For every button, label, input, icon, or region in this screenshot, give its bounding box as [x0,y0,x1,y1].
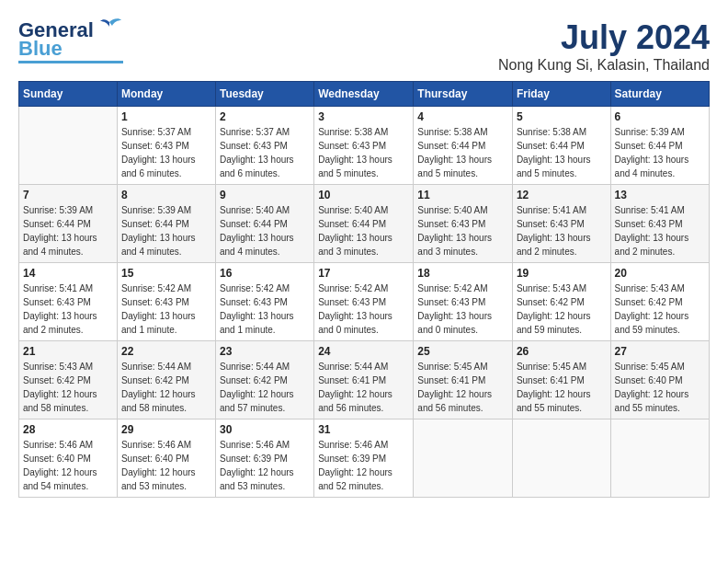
day-number: 31 [318,423,409,436]
day-number: 5 [517,110,607,123]
cell-info: Sunrise: 5:43 AM Sunset: 6:42 PM Dayligh… [517,282,607,337]
cell-info: Sunrise: 5:44 AM Sunset: 6:41 PM Dayligh… [318,360,409,415]
day-number: 11 [417,189,508,201]
logo: General Blue [18,18,123,63]
cell-info: Sunrise: 5:39 AM Sunset: 6:44 PM Dayligh… [121,203,211,259]
day-number: 6 [615,110,705,123]
day-number: 7 [23,189,113,201]
cell-info: Sunrise: 5:44 AM Sunset: 6:42 PM Dayligh… [121,360,211,415]
logo-blue-text: Blue [18,39,63,59]
location-subtitle: Nong Kung Si, Kalasin, Thailand [498,57,710,74]
calendar-cell: 26Sunrise: 5:45 AM Sunset: 6:41 PM Dayli… [512,341,610,419]
day-number: 12 [517,189,607,201]
calendar-cell [414,419,513,498]
logo-bird-icon [96,15,123,42]
page-header: General Blue July 2024 Nong Kung Si, Kal… [18,18,710,74]
calendar-cell: 29Sunrise: 5:46 AM Sunset: 6:40 PM Dayli… [117,419,215,498]
calendar-week-row: 21Sunrise: 5:43 AM Sunset: 6:42 PM Dayli… [19,341,710,419]
calendar-cell: 9Sunrise: 5:40 AM Sunset: 6:44 PM Daylig… [216,185,314,263]
day-number: 19 [517,267,607,280]
day-number: 10 [318,189,409,201]
calendar-cell: 3Sunrise: 5:38 AM Sunset: 6:43 PM Daylig… [314,107,414,185]
cell-info: Sunrise: 5:41 AM Sunset: 6:43 PM Dayligh… [615,203,705,259]
calendar-cell: 19Sunrise: 5:43 AM Sunset: 6:42 PM Dayli… [512,263,610,341]
day-number: 24 [318,345,409,358]
weekday-header-monday: Monday [117,82,215,107]
weekday-header-friday: Friday [512,82,610,107]
cell-info: Sunrise: 5:40 AM Sunset: 6:44 PM Dayligh… [220,203,310,259]
day-number: 25 [417,345,508,358]
calendar-cell: 24Sunrise: 5:44 AM Sunset: 6:41 PM Dayli… [314,341,414,419]
calendar-header-row: SundayMondayTuesdayWednesdayThursdayFrid… [19,82,710,107]
cell-info: Sunrise: 5:37 AM Sunset: 6:43 PM Dayligh… [220,125,310,180]
day-number: 2 [220,110,310,123]
calendar-cell: 2Sunrise: 5:37 AM Sunset: 6:43 PM Daylig… [216,107,314,185]
calendar-cell: 15Sunrise: 5:42 AM Sunset: 6:43 PM Dayli… [117,263,215,341]
day-number: 30 [220,423,310,436]
cell-info: Sunrise: 5:37 AM Sunset: 6:43 PM Dayligh… [121,125,211,180]
day-number: 18 [417,267,508,280]
calendar-cell [19,107,118,185]
day-number: 21 [23,345,113,358]
cell-info: Sunrise: 5:38 AM Sunset: 6:43 PM Dayligh… [318,125,409,180]
calendar-cell: 18Sunrise: 5:42 AM Sunset: 6:43 PM Dayli… [414,263,513,341]
cell-info: Sunrise: 5:46 AM Sunset: 6:39 PM Dayligh… [318,438,409,493]
calendar-cell: 4Sunrise: 5:38 AM Sunset: 6:44 PM Daylig… [414,107,513,185]
calendar-week-row: 7Sunrise: 5:39 AM Sunset: 6:44 PM Daylig… [19,185,710,263]
logo-underline [18,61,123,63]
calendar-cell: 25Sunrise: 5:45 AM Sunset: 6:41 PM Dayli… [414,341,513,419]
day-number: 28 [23,423,113,436]
cell-info: Sunrise: 5:46 AM Sunset: 6:40 PM Dayligh… [23,438,113,493]
weekday-header-saturday: Saturday [610,82,709,107]
cell-info: Sunrise: 5:39 AM Sunset: 6:44 PM Dayligh… [23,203,113,259]
cell-info: Sunrise: 5:39 AM Sunset: 6:44 PM Dayligh… [615,125,705,180]
cell-info: Sunrise: 5:40 AM Sunset: 6:44 PM Dayligh… [318,203,409,259]
cell-info: Sunrise: 5:45 AM Sunset: 6:41 PM Dayligh… [517,360,607,415]
calendar-cell: 7Sunrise: 5:39 AM Sunset: 6:44 PM Daylig… [19,185,118,263]
day-number: 29 [121,423,211,436]
day-number: 22 [121,345,211,358]
day-number: 9 [220,189,310,201]
day-number: 3 [318,110,409,123]
calendar-table: SundayMondayTuesdayWednesdayThursdayFrid… [18,81,710,498]
cell-info: Sunrise: 5:44 AM Sunset: 6:42 PM Dayligh… [220,360,310,415]
calendar-cell: 20Sunrise: 5:43 AM Sunset: 6:42 PM Dayli… [610,263,709,341]
calendar-cell: 30Sunrise: 5:46 AM Sunset: 6:39 PM Dayli… [216,419,314,498]
calendar-cell: 28Sunrise: 5:46 AM Sunset: 6:40 PM Dayli… [19,419,118,498]
calendar-cell: 23Sunrise: 5:44 AM Sunset: 6:42 PM Dayli… [216,341,314,419]
calendar-cell: 12Sunrise: 5:41 AM Sunset: 6:43 PM Dayli… [512,185,610,263]
cell-info: Sunrise: 5:43 AM Sunset: 6:42 PM Dayligh… [23,360,113,415]
calendar-cell: 1Sunrise: 5:37 AM Sunset: 6:43 PM Daylig… [117,107,215,185]
cell-info: Sunrise: 5:41 AM Sunset: 6:43 PM Dayligh… [23,282,113,337]
calendar-cell: 11Sunrise: 5:40 AM Sunset: 6:43 PM Dayli… [414,185,513,263]
cell-info: Sunrise: 5:42 AM Sunset: 6:43 PM Dayligh… [417,282,508,337]
calendar-cell: 13Sunrise: 5:41 AM Sunset: 6:43 PM Dayli… [610,185,709,263]
weekday-header-tuesday: Tuesday [216,82,314,107]
day-number: 14 [23,267,113,280]
weekday-header-sunday: Sunday [19,82,118,107]
calendar-week-row: 1Sunrise: 5:37 AM Sunset: 6:43 PM Daylig… [19,107,710,185]
calendar-cell: 17Sunrise: 5:42 AM Sunset: 6:43 PM Dayli… [314,263,414,341]
day-number: 15 [121,267,211,280]
day-number: 27 [615,345,705,358]
cell-info: Sunrise: 5:46 AM Sunset: 6:39 PM Dayligh… [220,438,310,493]
cell-info: Sunrise: 5:42 AM Sunset: 6:43 PM Dayligh… [220,282,310,337]
cell-info: Sunrise: 5:45 AM Sunset: 6:41 PM Dayligh… [417,360,508,415]
calendar-cell: 14Sunrise: 5:41 AM Sunset: 6:43 PM Dayli… [19,263,118,341]
calendar-cell: 6Sunrise: 5:39 AM Sunset: 6:44 PM Daylig… [610,107,709,185]
calendar-cell: 22Sunrise: 5:44 AM Sunset: 6:42 PM Dayli… [117,341,215,419]
day-number: 20 [615,267,705,280]
month-year-title: July 2024 [498,18,710,57]
day-number: 1 [121,110,211,123]
weekday-header-wednesday: Wednesday [314,82,414,107]
calendar-cell: 21Sunrise: 5:43 AM Sunset: 6:42 PM Dayli… [19,341,118,419]
calendar-week-row: 14Sunrise: 5:41 AM Sunset: 6:43 PM Dayli… [19,263,710,341]
title-block: July 2024 Nong Kung Si, Kalasin, Thailan… [498,18,710,74]
day-number: 26 [517,345,607,358]
cell-info: Sunrise: 5:41 AM Sunset: 6:43 PM Dayligh… [517,203,607,259]
calendar-cell: 8Sunrise: 5:39 AM Sunset: 6:44 PM Daylig… [117,185,215,263]
calendar-cell [512,419,610,498]
weekday-header-thursday: Thursday [414,82,513,107]
cell-info: Sunrise: 5:38 AM Sunset: 6:44 PM Dayligh… [417,125,508,180]
cell-info: Sunrise: 5:40 AM Sunset: 6:43 PM Dayligh… [417,203,508,259]
